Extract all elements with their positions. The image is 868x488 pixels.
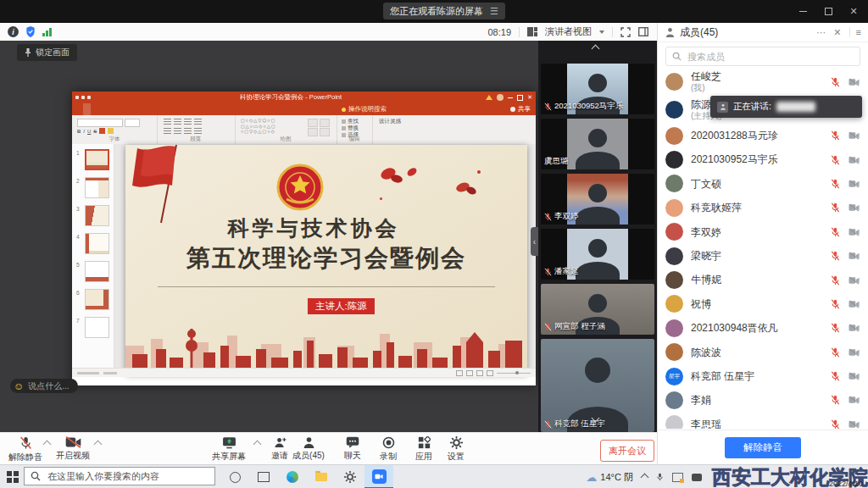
slide-thumbnail[interactable]: 6 (85, 289, 109, 310)
member-row[interactable]: 李双婷 (665, 220, 862, 244)
member-camera-off-icon[interactable] (849, 203, 860, 212)
ppt-account-avatar[interactable] (497, 94, 504, 101)
network-signal-icon[interactable] (42, 27, 52, 36)
member-mic-muted-icon[interactable] (831, 371, 840, 381)
ppt-designer-button[interactable]: 设计灵感 (376, 118, 404, 125)
file-explorer-icon[interactable] (309, 465, 334, 488)
view-mode-selector[interactable]: 演讲者视图 (545, 25, 592, 38)
member-mic-muted-icon[interactable] (831, 251, 840, 261)
member-mic-muted-icon[interactable] (831, 299, 840, 309)
collapse-videostrip-handle[interactable]: ‹ (531, 227, 538, 256)
member-row[interactable]: 星宇 科竞部 伍星宇 (665, 364, 862, 388)
task-view-icon[interactable] (251, 465, 276, 488)
member-mic-muted-icon[interactable] (831, 227, 840, 237)
unmute-button[interactable]: 解除静音 (5, 436, 46, 463)
member-camera-off-icon[interactable] (849, 324, 860, 332)
ppt-ribbon-tab[interactable] (136, 103, 144, 115)
view-normal-icon[interactable] (456, 370, 463, 376)
current-slide[interactable]: 科学与技术协会 第五次理论学习会暨例会 主讲人:陈源 (125, 145, 527, 374)
font-name-box[interactable] (77, 119, 123, 127)
view-sorter-icon[interactable] (466, 370, 473, 376)
ppt-ribbon-tab[interactable] (98, 103, 106, 115)
chat-button[interactable]: 聊天 (334, 436, 371, 462)
video-tile[interactable]: 李双婷 (541, 174, 654, 225)
comment-input-pill[interactable]: ☺ 说点什么... (10, 379, 78, 393)
settings-gear-icon[interactable] (337, 465, 363, 488)
taskbar-search[interactable] (24, 467, 215, 485)
member-camera-off-icon[interactable] (849, 156, 860, 164)
fullscreen-icon[interactable] (620, 27, 631, 37)
ppt-warning-icon[interactable] (486, 95, 492, 100)
member-camera-off-icon[interactable] (849, 228, 860, 236)
slide-thumbnail[interactable]: 5 (85, 261, 109, 282)
panel-close-icon[interactable]: ✕ (833, 27, 841, 38)
ppt-ribbon-tab[interactable] (75, 103, 83, 115)
shield-icon[interactable] (25, 26, 36, 37)
member-mic-muted-icon[interactable] (831, 347, 840, 358)
ppt-minimize-icon[interactable] (508, 97, 513, 98)
member-mic-muted-icon[interactable] (831, 202, 840, 213)
pin-screen-button[interactable]: 锁定画面 (17, 44, 77, 61)
record-button[interactable]: 录制 (370, 436, 407, 463)
weather-widget[interactable]: ☁ 14°C 阴 (586, 471, 633, 484)
member-camera-off-icon[interactable] (849, 180, 860, 188)
view-reading-icon[interactable] (476, 370, 483, 376)
member-mic-muted-icon[interactable] (831, 155, 840, 165)
slide-thumbnail[interactable]: 4 (85, 233, 109, 254)
member-mic-muted-icon[interactable] (831, 419, 840, 429)
panel-unmute-button[interactable]: 解除静音 (725, 437, 801, 458)
share-screen-button[interactable]: 共享屏幕 (207, 436, 251, 463)
ppt-ribbon-tab[interactable] (152, 103, 159, 115)
member-row[interactable]: 2021030948晋依凡 (665, 316, 862, 340)
member-camera-off-icon[interactable] (849, 348, 860, 357)
member-mic-muted-icon[interactable] (831, 77, 840, 87)
ppt-quick-access-toolbar[interactable] (75, 96, 91, 99)
tray-mic-icon[interactable] (656, 472, 664, 482)
edge-browser-icon[interactable] (280, 465, 305, 488)
ppt-ribbon-tab[interactable] (114, 103, 121, 115)
ppt-ribbon-tab[interactable] (121, 103, 129, 115)
minimize-button[interactable] (790, 0, 815, 23)
leave-meeting-button[interactable]: 离开会议 (600, 440, 654, 462)
member-mic-muted-icon[interactable] (831, 323, 840, 333)
member-row[interactable]: 祝博 (665, 292, 862, 316)
member-row[interactable]: 李思瑶 (665, 413, 862, 429)
ppt-ribbon-tab[interactable] (144, 103, 152, 115)
hidden-icons-caret-icon[interactable] (641, 473, 649, 481)
member-row[interactable]: 科竞耿姬萍 (665, 196, 862, 219)
member-camera-off-icon[interactable] (849, 372, 860, 380)
panel-more-icon[interactable]: ⋯ (816, 27, 826, 38)
member-camera-off-icon[interactable] (849, 131, 860, 140)
member-row[interactable]: 丁文硕 (665, 172, 862, 196)
emoji-icon[interactable]: ☺ (14, 381, 24, 391)
slide-thumbnail[interactable]: 7 (85, 317, 109, 338)
member-search[interactable] (665, 47, 860, 66)
side-panel-toggle-icon[interactable] (638, 27, 648, 36)
member-row[interactable]: 陈波波 (665, 341, 862, 364)
maximize-button[interactable] (815, 0, 841, 23)
video-options-caret-icon[interactable] (94, 441, 103, 449)
member-mic-muted-icon[interactable] (831, 130, 840, 141)
quick-styles-button[interactable] (320, 119, 330, 127)
video-tile[interactable]: 潘家延 (541, 229, 654, 280)
member-row[interactable]: 任峻芝 (我) (665, 68, 862, 96)
ppt-close-icon[interactable]: ✕ (527, 94, 532, 101)
member-row[interactable]: 2021030952马宇乐 (665, 147, 862, 171)
member-camera-off-icon[interactable] (849, 252, 860, 260)
members-button[interactable]: 成员(45) (285, 436, 332, 462)
video-tile[interactable]: 2021030952马宇乐 (541, 64, 654, 114)
close-button[interactable]: ✕ (841, 0, 866, 23)
slide-thumbnail[interactable]: 3 (85, 205, 109, 226)
member-row[interactable]: 李娟 (665, 388, 862, 412)
taskbar-search-input[interactable] (46, 470, 198, 482)
member-row[interactable]: 梁晓宇 (665, 244, 862, 268)
cortana-icon[interactable] (222, 465, 248, 488)
slide-thumbnail[interactable]: 1 (85, 149, 109, 170)
start-video-button[interactable]: 开启视频 (53, 436, 93, 462)
ppt-ribbon-tab[interactable] (106, 103, 114, 115)
ppt-ribbon-tab[interactable] (129, 103, 136, 115)
member-mic-muted-icon[interactable] (831, 179, 840, 189)
info-icon[interactable]: i (8, 26, 19, 37)
arrange-button[interactable] (308, 119, 318, 127)
start-button[interactable] (7, 471, 19, 483)
